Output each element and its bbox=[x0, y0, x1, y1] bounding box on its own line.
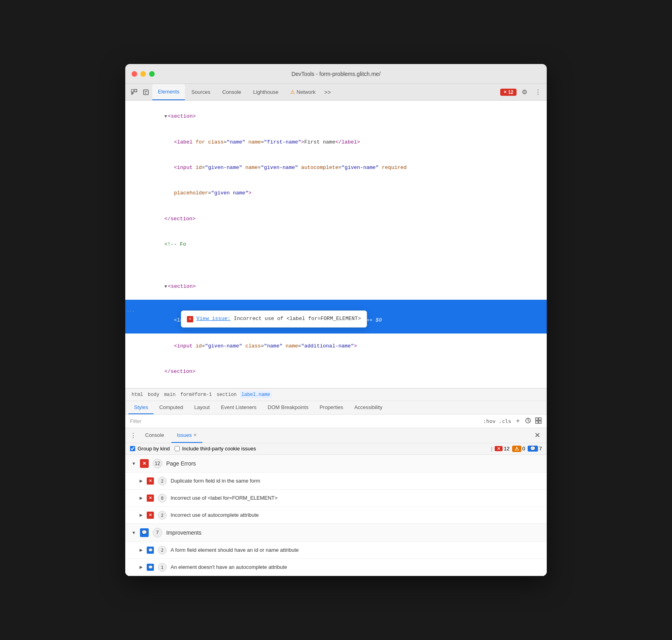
hov-button[interactable]: :hov bbox=[483, 418, 495, 424]
code-line-1[interactable]: ▼<section> bbox=[125, 104, 547, 129]
improvement-2-icon: 💬 bbox=[147, 564, 154, 571]
filter-input[interactable] bbox=[130, 418, 210, 424]
maximize-button[interactable] bbox=[149, 71, 155, 77]
tab-sources[interactable]: Sources bbox=[186, 84, 216, 100]
cls-button[interactable]: .cls bbox=[499, 418, 511, 424]
tooltip-error-icon: ✕ bbox=[187, 316, 193, 322]
issue-2-icon: ✕ bbox=[147, 495, 154, 502]
more-tabs-button[interactable]: >> bbox=[322, 87, 333, 97]
issue-3-count: 2 bbox=[158, 511, 167, 520]
minimize-button[interactable] bbox=[140, 71, 146, 77]
tab-console[interactable]: Console bbox=[217, 84, 247, 100]
tab-dom-breakpoints[interactable]: DOM Breakpoints bbox=[262, 401, 314, 414]
issue-incorrect-label[interactable]: ▶ ✕ 8 Incorrect use of <label for=FORM_E… bbox=[125, 489, 547, 506]
improvement-1-icon: 💬 bbox=[147, 547, 154, 554]
elements-panel: ▼<section> <label for class="name" name=… bbox=[125, 101, 547, 388]
issue-2-count: 8 bbox=[158, 494, 167, 502]
close-button[interactable] bbox=[132, 71, 137, 77]
page-errors-triangle: ▼ bbox=[132, 461, 136, 466]
page-errors-label: Page Errors bbox=[166, 460, 196, 467]
filter-bar: :hov .cls + bbox=[125, 415, 547, 428]
layout-button[interactable] bbox=[535, 417, 542, 425]
improvement-no-autocomplete[interactable]: ▶ 💬 1 An element doesn't have an autocom… bbox=[125, 559, 547, 576]
add-style-button[interactable]: + bbox=[515, 417, 521, 425]
collapse-triangle[interactable]: ▼ bbox=[164, 114, 167, 119]
svg-rect-2 bbox=[144, 90, 148, 95]
code-line-4[interactable]: placeholder="given name"> bbox=[125, 181, 547, 206]
third-party-checkbox[interactable] bbox=[175, 446, 180, 451]
group-by-kind-checkbox[interactable] bbox=[130, 446, 135, 451]
warning-count-badge: ⚠ 0 bbox=[512, 446, 525, 452]
improvements-header[interactable]: ▼ 💬 7 Improvements bbox=[125, 524, 547, 541]
tab-lighthouse[interactable]: Lighthouse bbox=[248, 84, 284, 100]
issue-3-label: Incorrect use of autocomplete attribute bbox=[171, 512, 259, 518]
breadcrumb-label[interactable]: label.name bbox=[240, 391, 272, 398]
group-by-kind-label[interactable]: Group by kind bbox=[138, 446, 170, 452]
svg-rect-0 bbox=[131, 89, 134, 92]
tab-properties[interactable]: Properties bbox=[314, 401, 349, 414]
page-errors-header[interactable]: ▼ ✕ 12 Page Errors bbox=[125, 455, 547, 472]
code-line-9[interactable]: <input id="given-name" class="name" name… bbox=[125, 334, 547, 359]
code-line-10[interactable]: </section> bbox=[125, 359, 547, 384]
refresh-styles-button[interactable] bbox=[524, 417, 532, 425]
error-x-icon: ✕ bbox=[503, 90, 507, 94]
issue-2-expand[interactable]: ▶ bbox=[140, 496, 143, 500]
improvement-2-expand[interactable]: ▶ bbox=[140, 565, 143, 569]
breadcrumb-section[interactable]: section bbox=[215, 391, 238, 398]
code-line-3[interactable]: <input id="given-name" name="given-name"… bbox=[125, 155, 547, 180]
breadcrumb-main[interactable]: main bbox=[163, 391, 177, 398]
improvement-1-expand[interactable]: ▶ bbox=[140, 548, 143, 552]
breadcrumb-form[interactable]: form#form-1 bbox=[179, 391, 213, 398]
issue-duplicate-form[interactable]: ▶ ✕ 2 Duplicate form field id in the sam… bbox=[125, 472, 547, 489]
svg-rect-5 bbox=[539, 418, 541, 420]
code-line-7[interactable]: ▼<section> bbox=[125, 274, 547, 299]
tab-accessibility[interactable]: Accessibility bbox=[349, 401, 388, 414]
tab-event-listeners[interactable]: Event Listeners bbox=[215, 401, 262, 414]
issue-1-icon: ✕ bbox=[147, 477, 154, 485]
third-party-label[interactable]: Include third-party cookie issues bbox=[182, 446, 256, 452]
page-errors-group: ▼ ✕ 12 Page Errors ▶ ✕ 2 Duplicate form … bbox=[125, 455, 547, 524]
bottom-panel: ⋮ Console Issues ✕ ✕ Group by kind bbox=[125, 428, 547, 576]
issue-3-expand[interactable]: ▶ bbox=[140, 513, 143, 517]
error-badge: ✕ 12 bbox=[500, 89, 517, 96]
network-warning-icon: ⚠ bbox=[290, 89, 295, 95]
issue-1-expand[interactable]: ▶ bbox=[140, 479, 143, 483]
bottom-tab-issues[interactable]: Issues ✕ bbox=[171, 428, 203, 443]
page-errors-icon: ✕ bbox=[140, 459, 149, 468]
info-count-icon: 💬 bbox=[528, 446, 538, 452]
info-count-badge: 💬 7 bbox=[528, 446, 542, 452]
issue-1-label: Duplicate form field id in the same form bbox=[171, 478, 260, 484]
code-line-5[interactable]: </section> bbox=[125, 206, 547, 232]
tab-styles[interactable]: Styles bbox=[128, 401, 153, 414]
breadcrumb: html body main form#form-1 section label… bbox=[125, 388, 547, 401]
more-options-button[interactable]: ⋮ bbox=[532, 87, 544, 98]
drawer-menu-button[interactable]: ⋮ bbox=[128, 431, 138, 440]
tab-elements[interactable]: Elements bbox=[152, 84, 185, 100]
tab-computed[interactable]: Computed bbox=[153, 401, 188, 414]
group-by-kind-checkbox-group: Group by kind bbox=[130, 446, 170, 452]
collapse-triangle-2[interactable]: ▼ bbox=[164, 284, 167, 289]
error-count-icon: ✕ bbox=[495, 446, 503, 451]
breadcrumb-body[interactable]: body bbox=[146, 391, 161, 398]
bottom-tab-console[interactable]: Console bbox=[140, 428, 170, 443]
tab-layout[interactable]: Layout bbox=[188, 401, 215, 414]
code-line-2[interactable]: <label for class="name" name="first-name… bbox=[125, 130, 547, 155]
view-issue-link[interactable]: View issue: bbox=[196, 315, 231, 323]
breadcrumb-html[interactable]: html bbox=[130, 391, 145, 398]
improvement-2-count: 1 bbox=[158, 563, 167, 572]
issues-toolbar: Group by kind Include third-party cookie… bbox=[125, 443, 547, 455]
cursor-icon[interactable] bbox=[128, 87, 140, 98]
window-title: DevTools - form-problems.glitch.me/ bbox=[291, 71, 381, 77]
issue-incorrect-autocomplete[interactable]: ▶ ✕ 2 Incorrect use of autocomplete attr… bbox=[125, 506, 547, 524]
code-line-6[interactable]: <!-- Fo ✕ View issue: Incorrect use of <… bbox=[125, 232, 547, 274]
page-errors-count: 12 bbox=[153, 459, 162, 468]
improvements-count: 7 bbox=[153, 528, 162, 537]
settings-button[interactable]: ⚙ bbox=[519, 87, 530, 98]
improvement-form-field[interactable]: ▶ 💬 2 A form field element should have a… bbox=[125, 541, 547, 559]
issues-counts: | ✕ 12 ⚠ 0 💬 7 bbox=[491, 446, 542, 452]
close-panel-button[interactable]: ✕ bbox=[531, 431, 544, 440]
inspector-icon[interactable] bbox=[140, 87, 151, 98]
issues-tab-close[interactable]: ✕ bbox=[193, 432, 197, 438]
improvements-label: Improvements bbox=[166, 529, 202, 536]
tab-network[interactable]: ⚠ Network bbox=[285, 84, 321, 100]
